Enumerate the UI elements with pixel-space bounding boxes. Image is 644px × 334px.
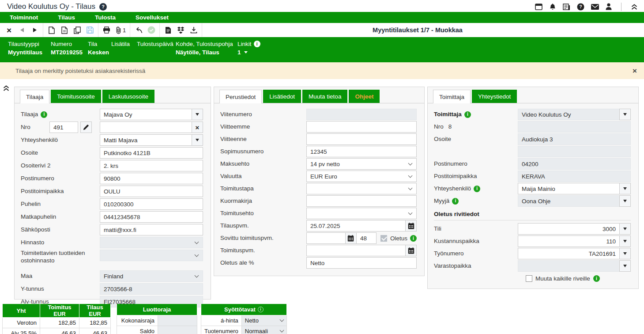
- info-icon[interactable]: [410, 235, 417, 242]
- tilaaja-dropdown-button[interactable]: [192, 109, 203, 120]
- tab-tilaaja[interactable]: Tilaaja: [20, 90, 49, 103]
- toimituspvm-input[interactable]: [306, 245, 406, 256]
- tyonumero-dropdown-button[interactable]: [619, 248, 631, 259]
- copy-button[interactable]: [71, 23, 83, 37]
- info-icon[interactable]: [258, 307, 264, 312]
- tuotenumero-select[interactable]: Normaali: [241, 326, 286, 334]
- toimituspvm-calendar-button[interactable]: [405, 245, 417, 256]
- kustannuspaikka-dropdown-button[interactable]: [619, 235, 631, 247]
- matkapuhelin-input[interactable]: [100, 211, 203, 223]
- linkit-dropdown[interactable]: 1: [237, 49, 260, 56]
- tab-yhteystiedot[interactable]: Yhteystiedot: [472, 90, 517, 103]
- title-help-icon[interactable]: [99, 3, 107, 11]
- edit-customer-button[interactable]: [80, 121, 92, 133]
- clear-customer-button[interactable]: [192, 121, 203, 133]
- save-button[interactable]: [84, 23, 96, 37]
- hinnasto-select[interactable]: [100, 237, 203, 248]
- alert-close-button[interactable]: [633, 67, 637, 75]
- menu-tulosta[interactable]: Tulosta: [89, 14, 122, 21]
- yhteyshenkilo-dropdown-button[interactable]: [192, 134, 203, 146]
- oletus-ale-input[interactable]: [306, 257, 417, 269]
- field-maksuehto: Maksuehto 14 pv netto: [220, 158, 417, 170]
- linkit-info-icon[interactable]: [254, 41, 260, 47]
- attachments-button[interactable]: 1: [113, 23, 128, 37]
- window-icon[interactable]: [535, 4, 542, 10]
- tab-laskutusosoite[interactable]: Laskutusosoite: [102, 90, 154, 103]
- supplier-tabs: Toimittaja Yhteystiedot: [428, 87, 638, 103]
- kuormakirja-input[interactable]: [306, 195, 417, 207]
- menu-sovellukset[interactable]: Sovellukset: [129, 14, 175, 21]
- open-document-button[interactable]: [58, 23, 70, 37]
- osoite-input[interactable]: [100, 147, 203, 159]
- dropbox-button[interactable]: [175, 23, 187, 37]
- help-icon[interactable]: ?: [577, 3, 584, 11]
- new-document-icon: [49, 27, 55, 34]
- tili-dropdown-button[interactable]: [619, 223, 631, 235]
- info-icon[interactable]: [593, 275, 600, 282]
- maksuehto-select[interactable]: 14 pv netto: [306, 158, 417, 170]
- muuta-kaikille-checkbox[interactable]: [526, 275, 532, 282]
- download-button[interactable]: [188, 23, 200, 37]
- mail-icon[interactable]: [591, 4, 599, 10]
- tili-input[interactable]: [518, 223, 620, 235]
- yhteyshenkilo-dropdown-button[interactable]: [619, 183, 631, 194]
- close-button[interactable]: [3, 23, 15, 37]
- collapse-header-icon[interactable]: [631, 4, 638, 10]
- menu-tilaus[interactable]: Tilaus: [52, 14, 81, 21]
- oletus-checkbox[interactable]: [380, 235, 387, 242]
- collapse-panels-button[interactable]: [3, 85, 10, 93]
- news-icon[interactable]: [563, 4, 570, 10]
- sovittu-toimituspvm-input[interactable]: [306, 232, 346, 244]
- toimitustapa-select[interactable]: [306, 183, 417, 194]
- sahkoposti-input[interactable]: [100, 224, 203, 235]
- info-icon[interactable]: [41, 111, 47, 118]
- tilaaja-input[interactable]: [100, 109, 192, 120]
- info-icon[interactable]: [452, 198, 459, 205]
- field-yhteyshenkilo: Yhteyshenkilö: [21, 134, 203, 146]
- puhelin-input[interactable]: [100, 198, 203, 210]
- nro-input[interactable]: [49, 121, 78, 133]
- viitteemme-input[interactable]: [306, 121, 417, 133]
- toimitusehto-select[interactable]: [306, 208, 417, 219]
- report-button[interactable]: [162, 23, 174, 37]
- new-document-button[interactable]: [45, 23, 57, 37]
- tab-muuta-tietoa[interactable]: Muuta tietoa: [302, 90, 347, 103]
- kustannuspaikka-input[interactable]: [518, 235, 620, 247]
- varastopaikka-dropdown-button[interactable]: [619, 260, 631, 272]
- viitteenne-input[interactable]: [306, 133, 417, 145]
- ostohinnasto-select[interactable]: [100, 250, 203, 261]
- tab-perustiedot[interactable]: Perustiedot: [219, 90, 262, 103]
- toimittaja-dropdown-button[interactable]: [619, 109, 631, 120]
- info-icon[interactable]: [464, 111, 471, 118]
- toimitusaika-tunnit-input[interactable]: [356, 232, 377, 244]
- maa-select[interactable]: Finland: [100, 270, 203, 282]
- tyonumero-input[interactable]: [518, 248, 620, 259]
- menu-toiminnot[interactable]: Toiminnot: [4, 14, 44, 21]
- valuutta-select[interactable]: EUR Euro: [306, 171, 417, 182]
- toimittaja-yhteyshenkilo-input[interactable]: [518, 183, 620, 194]
- tab-toimitusosoite[interactable]: Toimitusosoite: [51, 90, 101, 103]
- postinumero-input[interactable]: [100, 173, 203, 184]
- next-record-button[interactable]: [29, 23, 41, 37]
- print-button[interactable]: [101, 23, 113, 37]
- previous-record-button[interactable]: [16, 23, 28, 37]
- tilauspvm-calendar-button[interactable]: [405, 220, 417, 232]
- postitoimipaikka-input[interactable]: [100, 186, 203, 197]
- approve-button[interactable]: [145, 23, 157, 37]
- customer-search-input[interactable]: [100, 121, 192, 133]
- field-tilauspvm: Tilauspvm.: [220, 220, 417, 232]
- sopimusnumero-input[interactable]: [306, 146, 417, 157]
- tilauspvm-input[interactable]: [306, 220, 406, 232]
- tab-toimittaja[interactable]: Toimittaja: [433, 90, 471, 103]
- myyja-dropdown-button[interactable]: [619, 195, 631, 207]
- tab-lisatiedot[interactable]: Lisätiedot: [263, 90, 301, 103]
- share-button[interactable]: [132, 23, 144, 37]
- sovittu-calendar-button[interactable]: [345, 232, 357, 244]
- info-icon[interactable]: [474, 186, 480, 192]
- notifications-bell-icon[interactable]: [549, 3, 556, 11]
- yhteyshenkilo-input[interactable]: [100, 134, 192, 146]
- user-icon[interactable]: [606, 3, 612, 10]
- a-hinta-select[interactable]: Netto: [241, 315, 286, 326]
- osoiterivi2-input[interactable]: [100, 160, 203, 171]
- tab-ohjeet[interactable]: Ohjeet: [349, 90, 380, 103]
